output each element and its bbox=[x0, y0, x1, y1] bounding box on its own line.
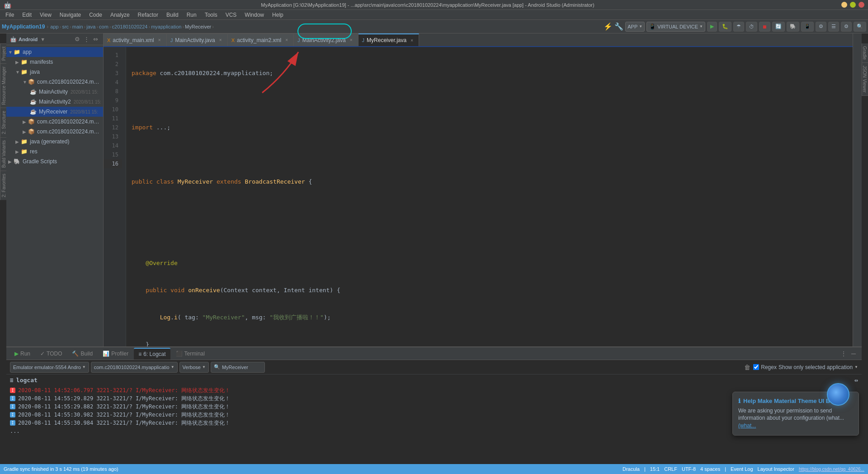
gradle-button[interactable]: 🐘 bbox=[787, 22, 799, 32]
settings-button[interactable]: ⚙ bbox=[841, 22, 852, 32]
sync-button[interactable]: 🔄 bbox=[772, 22, 785, 32]
android-dropdown-arrow[interactable]: ▼ bbox=[40, 37, 45, 42]
tab-close-mainactivity2-java[interactable]: × bbox=[348, 37, 354, 43]
tab-myreceiver-java[interactable]: J MyReceiver.java × bbox=[359, 33, 420, 46]
tab-todo[interactable]: ✓ TODO bbox=[36, 348, 66, 360]
menu-edit[interactable]: Edit bbox=[19, 11, 35, 19]
tab-build[interactable]: 🔨 Build bbox=[67, 348, 97, 360]
tree-item-myreceiver[interactable]: ☕ MyReceiver 2020/8/11 15: bbox=[6, 107, 103, 117]
tree-item-app[interactable]: ▼ 📁 app bbox=[6, 47, 103, 57]
search-everything[interactable]: 🔍 bbox=[854, 22, 866, 32]
tree-item-package3[interactable]: ▶ 📦 com.c201801020224.myappl bbox=[6, 127, 103, 137]
menu-vcs[interactable]: VCS bbox=[222, 11, 241, 19]
side-label-resource[interactable]: Resource Manager bbox=[0, 63, 6, 108]
side-label-project[interactable]: Project bbox=[0, 43, 6, 63]
tab-mainactivity2-java[interactable]: J MainActivity2.java × bbox=[294, 33, 359, 46]
app-config-dropdown[interactable]: APP ▼ bbox=[625, 22, 645, 32]
menu-window[interactable]: Window bbox=[241, 11, 268, 19]
tab-activity-main2-xml[interactable]: X activity_main2.xml × bbox=[228, 33, 294, 46]
minimize-button[interactable] bbox=[841, 2, 847, 8]
tab-logcat[interactable]: ≡ 6: Logcat bbox=[134, 348, 170, 360]
tab-mainactivity-java[interactable]: J MainActivity.java × bbox=[167, 33, 228, 46]
coverage-button[interactable]: ☂ bbox=[733, 22, 744, 32]
breadcrumb-item-main[interactable]: main bbox=[72, 24, 83, 29]
bottom-menu-btn[interactable]: ⋮ bbox=[839, 349, 848, 358]
debug-button[interactable]: 🐛 bbox=[719, 22, 731, 32]
stop-button[interactable]: ⏹ bbox=[759, 22, 770, 32]
tree-item-package2[interactable]: ▶ 📦 com.c201801020224.myappl bbox=[6, 117, 103, 127]
logcat-wrap-btn[interactable]: ⇔ bbox=[854, 376, 858, 384]
breadcrumb-item-com[interactable]: com bbox=[99, 24, 108, 29]
breadcrumb-item-java[interactable]: java bbox=[86, 24, 95, 29]
tab-close-mainactivity-java[interactable]: × bbox=[217, 37, 224, 43]
close-button[interactable] bbox=[859, 2, 864, 8]
show-only-selected-arrow[interactable]: ▼ bbox=[854, 365, 858, 369]
breadcrumb-item-myapplication[interactable]: myapplication bbox=[151, 24, 181, 29]
breadcrumb-item-myreceiver[interactable]: MyReceiver bbox=[185, 24, 211, 29]
regex-checkbox[interactable] bbox=[753, 364, 759, 370]
menu-analyze[interactable]: Analyze bbox=[107, 11, 133, 19]
side-label-json-viewer[interactable]: JSON Viewer bbox=[862, 63, 868, 96]
breadcrumb-item-app[interactable]: app bbox=[50, 24, 58, 29]
status-layout-inspector[interactable]: Layout Inspector bbox=[758, 466, 794, 472]
status-gradle[interactable]: Gradle sync finished in 3 s 142 ms (19 m… bbox=[4, 466, 118, 472]
status-linecol[interactable]: 15:1 bbox=[650, 466, 660, 472]
tab-terminal[interactable]: ⬛ Terminal bbox=[171, 348, 209, 360]
status-indent[interactable]: 4 spaces bbox=[700, 466, 720, 472]
tree-item-mainactivity[interactable]: ☕ MainActivity 2020/8/11 15: bbox=[6, 87, 103, 97]
menu-navigate[interactable]: Navigate bbox=[56, 11, 85, 19]
tab-close-activity-main2-xml[interactable]: × bbox=[283, 37, 290, 43]
device-selector[interactable]: Emulator emulator-5554 Andro ▼ bbox=[10, 362, 89, 373]
menu-run[interactable]: Run bbox=[183, 11, 200, 19]
breadcrumb-item-src[interactable]: src bbox=[62, 24, 69, 29]
device-dropdown[interactable]: 📱 VIRTUAL DEVICE ▼ bbox=[646, 22, 705, 32]
avd-manager[interactable]: 📱 bbox=[801, 22, 814, 32]
menu-view[interactable]: View bbox=[36, 11, 55, 19]
sidebar-expand-btn[interactable]: ⇔ bbox=[91, 35, 99, 43]
side-label-favorites[interactable]: 2: Favorites bbox=[0, 171, 6, 200]
bottom-minimize-btn[interactable]: ─ bbox=[849, 349, 858, 358]
menu-code[interactable]: Code bbox=[85, 11, 106, 19]
project-name[interactable]: MyApplication19 bbox=[2, 24, 45, 30]
sdk-manager[interactable]: ⚙ bbox=[816, 22, 826, 32]
side-label-gradle[interactable]: Gradle bbox=[862, 43, 868, 63]
tree-item-gradle[interactable]: ▶ 🐘 Gradle Scripts bbox=[6, 156, 103, 166]
menu-build[interactable]: Build bbox=[163, 11, 182, 19]
menu-help[interactable]: Help bbox=[269, 11, 287, 19]
package-selector[interactable]: com.c201801020224.myapplicatio ▼ bbox=[91, 362, 178, 373]
tree-item-package1[interactable]: ▼ 📦 com.c201801020224.myappl bbox=[6, 77, 103, 87]
profile-button[interactable]: ⏱ bbox=[746, 22, 757, 32]
code-content[interactable]: package com.c201801020224.myapplication;… bbox=[126, 47, 853, 346]
side-label-build-variants[interactable]: Build Variants bbox=[0, 137, 6, 171]
menu-tools[interactable]: Tools bbox=[201, 11, 221, 19]
side-label-structure[interactable]: 2: Structure bbox=[0, 108, 6, 137]
status-dracula[interactable]: Dracula bbox=[623, 466, 640, 472]
breadcrumb-item-package[interactable]: c201801020224 bbox=[112, 24, 148, 29]
tree-item-mainactivity2[interactable]: ☕ MainActivity2 2020/8/11 15: bbox=[6, 97, 103, 107]
sidebar-cog-btn[interactable]: ⚙ bbox=[73, 35, 81, 43]
logcat-clear-button[interactable]: 🗑 bbox=[743, 363, 751, 372]
search-toolbar-icon[interactable]: 🔧 bbox=[614, 22, 623, 31]
logcat-search-box[interactable]: 🔍 MyReceiver bbox=[211, 362, 265, 373]
tab-activity-main-xml[interactable]: X activity_main.xml × bbox=[104, 33, 167, 46]
tree-item-manifests[interactable]: ▶ 📁 manifests bbox=[6, 57, 103, 67]
menu-refactor[interactable]: Refactor bbox=[134, 11, 162, 19]
vcs-icon[interactable]: ⚡ bbox=[604, 22, 613, 31]
maximize-button[interactable] bbox=[850, 2, 856, 8]
menu-file[interactable]: File bbox=[2, 11, 18, 19]
sidebar-menu-btn[interactable]: ⋮ bbox=[82, 35, 90, 43]
tree-item-res[interactable]: ▶ 📁 res bbox=[6, 147, 103, 156]
tab-run[interactable]: ▶ Run bbox=[10, 348, 35, 360]
status-event-log[interactable]: Event Log bbox=[731, 466, 753, 472]
structure-button[interactable]: ☰ bbox=[828, 22, 839, 32]
tab-close-activity-main-xml[interactable]: × bbox=[156, 37, 163, 43]
tab-profiler[interactable]: 📊 Profiler bbox=[98, 348, 133, 360]
status-encoding[interactable]: UTF-8 bbox=[682, 466, 696, 472]
notification-link[interactable]: (what... bbox=[738, 422, 756, 429]
run-button[interactable]: ▶ bbox=[707, 22, 717, 32]
tree-item-java-generated[interactable]: ▶ 📁 java (generated) bbox=[6, 137, 103, 147]
status-link[interactable]: https://blog.csdn.net/qq_40626... bbox=[799, 467, 864, 472]
level-selector[interactable]: Verbose ▼ bbox=[179, 362, 209, 373]
tree-item-java[interactable]: ▼ 📁 java bbox=[6, 67, 103, 77]
status-crlf[interactable]: CRLF bbox=[664, 466, 677, 472]
